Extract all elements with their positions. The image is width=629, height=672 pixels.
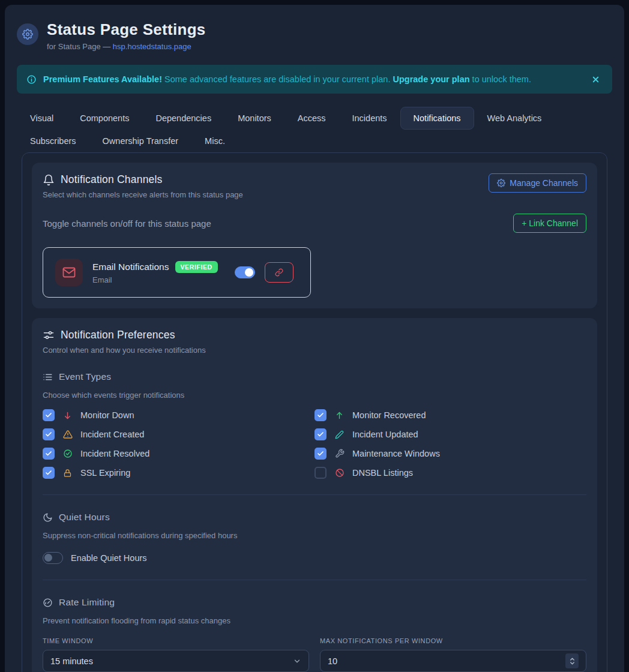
event-monitor-recovered: Monitor Recovered xyxy=(314,409,586,421)
time-window-value: 15 minutes xyxy=(50,656,293,666)
preferences-title-row: Notification Preferences xyxy=(43,329,586,341)
tab-ownership-transfer[interactable]: Ownership Transfer xyxy=(89,130,192,152)
page-title: Status Page Settings xyxy=(47,20,206,39)
checkbox-incident-created[interactable] xyxy=(43,428,55,440)
checkbox-dnsbl-listings[interactable] xyxy=(314,467,327,479)
page-header: Status Page Settings for Status Page — h… xyxy=(5,5,624,51)
toggle-channels-hint: Toggle channels on/off for this status p… xyxy=(43,218,211,229)
info-icon xyxy=(26,74,37,85)
premium-banner: Premium Features Available! Some advance… xyxy=(17,65,612,94)
preferences-subtitle: Control when and how you receive notific… xyxy=(43,346,586,355)
tab-misc[interactable]: Misc. xyxy=(191,130,238,152)
checkbox-incident-resolved[interactable] xyxy=(43,448,55,460)
event-monitor-down: Monitor Down xyxy=(43,409,314,421)
page-subtitle: for Status Page — hsp.hostedstatus.page xyxy=(47,42,206,51)
channel-name: Email Notifications xyxy=(92,262,169,272)
notification-channels-card: Notification Channels Select which chann… xyxy=(32,163,597,308)
max-notifications-field: MAX NOTIFICATIONS PER WINDOW 10 xyxy=(320,637,586,672)
event-types-subtitle: Choose which events trigger notification… xyxy=(43,391,586,400)
time-window-select[interactable]: 15 minutes xyxy=(43,650,309,672)
check-circle-icon xyxy=(62,449,73,458)
event-label: Maintenance Windows xyxy=(352,449,440,458)
banner-body: Some advanced features are disabled in y… xyxy=(164,74,390,84)
event-label: DNSBL Listings xyxy=(352,468,413,478)
gear-icon xyxy=(17,23,38,45)
settings-tabs: Visual Components Dependencies Monitors … xyxy=(17,107,557,152)
status-page-link[interactable]: hsp.hostedstatus.page xyxy=(113,42,191,51)
notification-preferences-card: Notification Preferences Control when an… xyxy=(32,318,597,672)
chevron-down-icon xyxy=(293,657,301,665)
upgrade-plan-link[interactable]: Upgrade your plan xyxy=(393,74,469,84)
pencil-icon xyxy=(334,430,345,439)
warning-triangle-icon xyxy=(62,430,73,439)
event-ssl-expiring: SSL Expiring xyxy=(43,467,314,479)
arrow-down-icon xyxy=(62,411,73,420)
checkbox-monitor-down[interactable] xyxy=(43,409,55,421)
event-dnsbl-listings: DNSBL Listings xyxy=(314,467,586,479)
tab-web-analytics[interactable]: Web Analytics xyxy=(474,107,555,130)
tab-incidents[interactable]: Incidents xyxy=(339,107,400,130)
tab-notifications[interactable]: Notifications xyxy=(400,107,474,130)
tab-visual[interactable]: Visual xyxy=(17,107,67,130)
event-maintenance-windows: Maintenance Windows xyxy=(314,448,586,460)
event-incident-created: Incident Created xyxy=(43,428,314,440)
no-entry-icon xyxy=(334,468,345,478)
tab-access[interactable]: Access xyxy=(284,107,339,130)
channels-title: Notification Channels xyxy=(61,173,163,186)
rate-limiting-subtitle: Prevent notification flooding from rapid… xyxy=(43,616,586,625)
tab-components[interactable]: Components xyxy=(67,107,142,130)
manage-channels-label: Manage Channels xyxy=(510,178,578,188)
email-channel-card: Email Notifications VERIFIED Email xyxy=(43,247,311,298)
tab-monitors[interactable]: Monitors xyxy=(224,107,284,130)
event-types-grid: Monitor Down Incident Created Incident R… xyxy=(43,409,586,479)
tools-icon xyxy=(334,449,345,458)
event-incident-resolved: Incident Resolved xyxy=(43,448,314,460)
banner-suffix: to unlock them. xyxy=(472,74,531,84)
preferences-title: Notification Preferences xyxy=(61,329,175,341)
checkbox-ssl-expiring[interactable] xyxy=(43,467,55,479)
event-label: SSL Expiring xyxy=(80,468,130,478)
checkbox-monitor-recovered[interactable] xyxy=(314,409,327,421)
event-label: Incident Created xyxy=(80,430,144,439)
manage-channels-button[interactable]: Manage Channels xyxy=(489,173,586,193)
link-channel-label: + Link Channel xyxy=(522,218,578,228)
event-types-title: Event Types xyxy=(59,371,111,382)
checkbox-maintenance-windows[interactable] xyxy=(314,448,327,460)
time-window-label: TIME WINDOW xyxy=(43,637,309,644)
max-notifications-input[interactable]: 10 xyxy=(320,650,586,672)
checkbox-incident-updated[interactable] xyxy=(314,428,327,440)
event-incident-updated: Incident Updated xyxy=(314,428,586,440)
quiet-hours-header: Quiet Hours xyxy=(43,512,586,523)
divider xyxy=(43,580,586,580)
banner-headline: Premium Features Available! xyxy=(43,74,162,84)
close-icon[interactable] xyxy=(589,73,603,86)
event-label: Monitor Down xyxy=(80,410,134,420)
rate-limiting-title: Rate Limiting xyxy=(59,597,115,608)
arrow-up-icon xyxy=(334,411,345,420)
envelope-icon xyxy=(55,259,83,286)
sliders-icon xyxy=(43,329,55,341)
channels-title-row: Notification Channels xyxy=(43,173,243,186)
number-stepper-icon[interactable] xyxy=(565,653,579,668)
gear-icon xyxy=(497,179,505,187)
event-types-header: Event Types xyxy=(43,371,586,382)
tab-dependencies[interactable]: Dependencies xyxy=(142,107,224,130)
event-label: Incident Updated xyxy=(352,430,418,439)
link-channel-button[interactable]: + Link Channel xyxy=(513,214,586,233)
channel-link-button[interactable] xyxy=(265,262,293,283)
gauge-icon xyxy=(43,598,53,608)
moon-icon xyxy=(43,512,53,523)
verified-badge: VERIFIED xyxy=(175,261,218,273)
email-channel-toggle[interactable] xyxy=(235,266,255,278)
time-window-field: TIME WINDOW 15 minutes xyxy=(43,637,309,672)
channel-type: Email xyxy=(92,275,218,284)
bell-icon xyxy=(43,174,55,186)
channels-subtitle: Select which channels receive alerts fro… xyxy=(43,190,243,199)
quiet-hours-subtitle: Suppress non-critical notifications duri… xyxy=(43,531,586,540)
chain-link-icon xyxy=(275,268,283,277)
event-label: Monitor Recovered xyxy=(352,410,426,420)
notifications-section: Notification Channels Select which chann… xyxy=(22,152,607,672)
lock-icon xyxy=(62,469,73,478)
tab-subscribers[interactable]: Subscribers xyxy=(17,130,89,152)
quiet-hours-toggle[interactable] xyxy=(43,552,63,564)
